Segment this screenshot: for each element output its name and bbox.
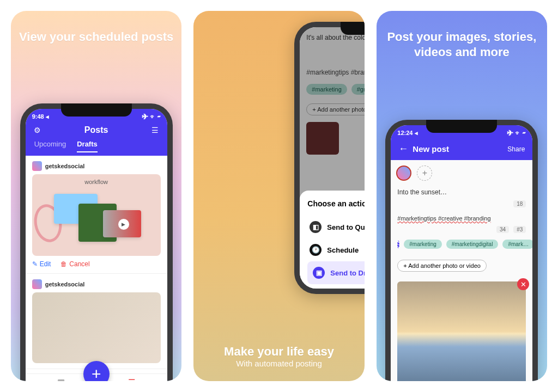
phone-mockup: 9:48 ◂ ✈ ᯤ ▰ ⚙ Posts ☰ Upcoming Drafts g… (20, 103, 173, 381)
headline: Make your life easy (193, 344, 364, 359)
clock-icon: 🕐 (310, 244, 322, 256)
list-icon: ☶ (128, 377, 135, 381)
share-button[interactable]: Share (507, 145, 525, 153)
draft-image[interactable]: workflow ▶ (32, 174, 161, 256)
hashtag-line: #marketingtips #brandin… (306, 69, 364, 76)
pencil-icon: ✎ (32, 260, 38, 268)
add-account-button[interactable]: + (417, 166, 432, 181)
settings-icon[interactable]: ⚙ (32, 125, 43, 136)
add-media-button[interactable]: + Add another photo or video (397, 260, 487, 272)
action-schedule[interactable]: 🕐 Schedule (307, 238, 364, 261)
char-counter: 18 (513, 200, 526, 207)
draft-card: getskedsocial workflow ▶ ✎ Edit (26, 156, 167, 274)
workflow-label: workflow (32, 179, 161, 185)
subheadline: With automated posting (193, 359, 364, 368)
queue-icon: ◧ (310, 221, 322, 233)
trash-icon: 🗑 (60, 260, 67, 268)
remove-media-icon[interactable]: ✕ (517, 278, 529, 290)
grid-icon: ▦ (57, 377, 65, 381)
suggested-tag[interactable]: #mark… (502, 240, 532, 249)
media-thumbnail[interactable] (306, 122, 339, 155)
status-time: 9:48 ◂ (32, 113, 49, 120)
suggested-tag[interactable]: #marketingdigital (446, 240, 499, 249)
tabs: Upcoming Drafts (32, 140, 161, 156)
sheet-title: Choose an action (307, 199, 364, 208)
filter-icon[interactable]: ☰ (150, 125, 161, 136)
nav-content[interactable]: ☶ Content (123, 377, 141, 381)
caption-preview: It's all about the colou… (306, 34, 364, 41)
tag-pill[interactable]: #graphic… (351, 84, 365, 95)
screen: 12:24 ◂ ✈ ᯤ ▰ ← New post Share + Into th… (391, 125, 532, 381)
status-icons: ✈ ᯤ ▰ (507, 130, 526, 137)
tab-upcoming[interactable]: Upcoming (34, 140, 66, 152)
hashtag-input[interactable]: #marketingtips #creative #branding (391, 210, 532, 224)
promo-panel-scheduled: View your scheduled posts 9:48 ◂ ✈ ᯤ ▰ ⚙… (11, 11, 181, 381)
headline: View your scheduled posts (11, 11, 181, 45)
compose-area: + Into the sunset… 18 #marketingtips #cr… (391, 160, 532, 381)
tab-drafts[interactable]: Drafts (77, 140, 98, 152)
account-avatar (32, 161, 42, 171)
account-name: getskedsocial (45, 281, 85, 287)
draft-image[interactable] (32, 292, 161, 363)
phone-mockup: 12:24 ◂ ✈ ᯤ ▰ ← New post Share + Into th… (385, 120, 538, 381)
caption-input[interactable]: Into the sunset… (391, 186, 532, 198)
counter-badge: #3 (513, 226, 526, 233)
suggested-tag[interactable]: #marketing (404, 240, 441, 249)
folder-icon: ▣ (313, 267, 325, 279)
app-header: 12:24 ◂ ✈ ᯤ ▰ ← New post Share (391, 125, 532, 160)
add-photo-button[interactable]: + Add another photo o… (306, 103, 364, 115)
promo-panel-newpost: Post your images, stories, videos and mo… (377, 11, 547, 381)
loading-spinner-icon (397, 241, 399, 248)
counter-badge: 34 (496, 226, 509, 233)
app-header: 9:48 ◂ ✈ ᯤ ▰ ⚙ Posts ☰ Upcoming Drafts (26, 109, 167, 156)
status-time: 12:24 ◂ (397, 130, 417, 137)
page-title: New post (413, 144, 503, 154)
screen: 9:48 ◂ ✈ ᯤ ▰ ⚙ Posts ☰ Upcoming Drafts g… (26, 109, 167, 381)
media-preview[interactable]: ✕ (397, 281, 526, 381)
phone-mockup: It's all about the colou… #marketingtips… (294, 22, 364, 294)
draft-card: getskedsocial (26, 274, 167, 369)
status-icons: ✈ ᯤ ▰ (142, 113, 161, 120)
action-send-to-drafts[interactable]: ▣ Send to Drafts (307, 261, 364, 284)
action-send-to-queue[interactable]: ◧ Send to Queue (307, 216, 364, 238)
cancel-button[interactable]: 🗑 Cancel (60, 260, 89, 268)
back-icon[interactable]: ← (398, 143, 408, 155)
bottom-nav: ▦ Planner + ☶ Content (26, 373, 167, 381)
play-icon: ▶ (118, 219, 129, 230)
promo-panel-automation: It's all about the colou… #marketingtips… (193, 11, 364, 381)
account-name: getskedsocial (45, 163, 85, 169)
edit-button[interactable]: ✎ Edit (32, 260, 51, 268)
headline: Post your images, stories, videos and mo… (377, 11, 547, 59)
page-title: Posts (43, 125, 150, 135)
screen: It's all about the colou… #marketingtips… (300, 27, 364, 289)
selected-account-avatar[interactable] (396, 166, 411, 181)
nav-planner[interactable]: ▦ Planner (52, 377, 69, 381)
hashtag-suggestions: #marketing #marketingdigital #mark… (391, 235, 532, 253)
account-avatar (32, 279, 42, 289)
tag-pill[interactable]: #marketing (306, 84, 347, 95)
action-sheet: Choose an action ◧ Send to Queue 🕐 Sched… (300, 191, 364, 289)
